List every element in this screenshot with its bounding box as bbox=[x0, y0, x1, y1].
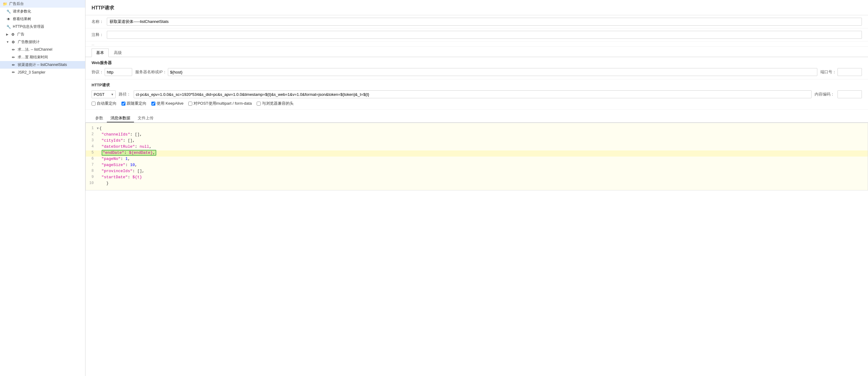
line-content-7: "pageSize": 10, bbox=[97, 163, 868, 167]
sidebar-item-ad[interactable]: ▶ ⚙ 广告 bbox=[0, 31, 85, 38]
code-line-6: 6 "pageNo": 1, bbox=[86, 157, 868, 163]
sidebar-item-httpheader[interactable]: 🔧 HTTP信息头管理器 bbox=[0, 23, 85, 31]
encoding-label: 内容编码： bbox=[814, 92, 834, 97]
comment-input[interactable] bbox=[107, 31, 862, 39]
tab-basic[interactable]: 基本 bbox=[92, 49, 108, 57]
sidebar-item-resulttree[interactable]: 👁 察看结果树 bbox=[0, 15, 85, 23]
multipart-checkbox[interactable]: 对POST使用multipart / form-data bbox=[188, 101, 252, 106]
comment-row: 注释： bbox=[86, 28, 868, 41]
line-content-2: "channelIds": [], bbox=[97, 132, 868, 137]
line-content-1: ▼{ bbox=[97, 126, 868, 131]
port-field: 端口号： bbox=[820, 68, 862, 76]
code-line-2: 2 "channelIds": [], bbox=[86, 132, 868, 138]
multipart-label: 对POST使用multipart / form-data bbox=[193, 101, 252, 106]
compat-headers-checkbox[interactable]: 与浏览器兼容的头 bbox=[257, 101, 293, 106]
server-row: 协议： 服务器名称或IP： 端口号： bbox=[92, 68, 862, 76]
line-content-9: "startDate": ${t} bbox=[97, 175, 868, 180]
keepalive-checkbox[interactable]: 使用 KeepAlive bbox=[151, 101, 183, 106]
compat-headers-label: 与浏览器兼容的头 bbox=[262, 101, 293, 106]
line-number-6: 6 bbox=[86, 157, 97, 161]
code-line-4: 4 "dateSortRule": null, bbox=[86, 144, 868, 151]
pencil-icon: ✏ bbox=[11, 70, 16, 75]
sidebar-item-jsr23[interactable]: ✏ JSR2_3 Sampler bbox=[0, 69, 85, 76]
line-number-1: 1 bbox=[86, 126, 97, 130]
server-name-input[interactable] bbox=[168, 68, 817, 76]
path-input[interactable] bbox=[134, 90, 811, 98]
upload-tab[interactable]: 文件上传 bbox=[134, 115, 157, 122]
params-tabs-bar: 参数 消息体数据 文件上传 bbox=[86, 113, 868, 123]
multipart-check[interactable] bbox=[188, 102, 192, 105]
sidebar-item-label: 求…置 期结束时间 bbox=[18, 55, 48, 60]
path-label: 路径： bbox=[119, 92, 131, 97]
name-row: 名称： bbox=[86, 15, 868, 28]
sidebar-item-label: HTTP信息头管理器 bbox=[13, 24, 44, 29]
fold-icon-1: ▼ bbox=[97, 127, 99, 130]
body-tab[interactable]: 消息体数据 bbox=[107, 115, 134, 122]
method-select-wrapper: POST GET PUT DELETE ▼ bbox=[92, 90, 116, 98]
main-tabs-bar: 基本 高级 bbox=[86, 47, 868, 57]
name-label: 名称： bbox=[92, 19, 107, 24]
line-content-5: "endDate": ${endDate}, bbox=[97, 151, 868, 155]
tab-advanced[interactable]: 高级 bbox=[109, 49, 126, 57]
sidebar-item-request2[interactable]: ✏ 求…置 期结束时间 bbox=[0, 54, 85, 61]
eye-icon: 👁 bbox=[6, 17, 11, 22]
line-content-10: } bbox=[97, 181, 868, 186]
highlighted-code-block: "endDate": ${endDate}, bbox=[102, 150, 157, 156]
code-line-8: 8 "provinceIds": [], bbox=[86, 169, 868, 175]
auto-redirect-check[interactable] bbox=[92, 102, 96, 105]
line-number-5: 5 bbox=[86, 151, 97, 155]
sidebar-item-label: 广告后台 bbox=[9, 1, 24, 6]
comment-label: 注释： bbox=[92, 32, 107, 37]
http-request-section: HTTP请求 POST GET PUT DELETE ▼ 路径： 内容编码： 自… bbox=[86, 80, 868, 109]
sidebar-item-label: 状渠道统计 -- listChannelStats bbox=[18, 62, 67, 67]
compat-headers-check[interactable] bbox=[257, 102, 261, 105]
line-number-7: 7 bbox=[86, 163, 97, 167]
folder-icon: 📁 bbox=[2, 2, 7, 6]
protocol-label: 协议： bbox=[92, 69, 103, 75]
line-number-8: 8 bbox=[86, 169, 97, 173]
code-line-5: 5 "endDate": ${endDate}, bbox=[86, 151, 868, 157]
port-input[interactable] bbox=[837, 68, 862, 76]
sidebar-item-label: 广告 bbox=[17, 32, 24, 37]
expand-more-row: ... bbox=[86, 41, 868, 47]
auto-redirect-checkbox[interactable]: 自动重定向 bbox=[92, 101, 117, 106]
method-select[interactable]: POST GET PUT DELETE bbox=[92, 90, 116, 98]
wrench-icon: 🔧 bbox=[6, 24, 11, 29]
wrench-icon: 🔧 bbox=[6, 9, 11, 14]
follow-redirect-label: 跟随重定向 bbox=[127, 101, 147, 106]
keepalive-check[interactable] bbox=[151, 102, 155, 105]
code-editor[interactable]: 1 ▼{ 2 "channelIds": [], 3 "cityIds": []… bbox=[86, 123, 868, 190]
expand-more-dots: ... bbox=[92, 42, 94, 46]
sidebar-item-label: 察看结果树 bbox=[13, 17, 31, 22]
gear-icon: ⚙ bbox=[10, 32, 15, 37]
code-line-1: 1 ▼{ bbox=[86, 126, 868, 132]
sidebar-item-label: 广告数据统计 bbox=[18, 39, 40, 44]
name-input[interactable] bbox=[107, 18, 862, 26]
sidebar-item-label: 求…法. -- listChannel bbox=[18, 47, 52, 52]
params-tab[interactable]: 参数 bbox=[92, 115, 107, 122]
line-number-4: 4 bbox=[86, 144, 97, 149]
sidebar-item-adstats[interactable]: ▼ ⚙ 广告数据统计 bbox=[0, 38, 85, 46]
line-number-3: 3 bbox=[86, 138, 97, 143]
protocol-input[interactable] bbox=[105, 68, 132, 76]
sidebar-item-adplatform[interactable]: 📁 广告后台 bbox=[0, 0, 85, 8]
collapse-arrow: ▶ bbox=[6, 33, 8, 36]
follow-redirect-check[interactable] bbox=[121, 102, 125, 105]
keepalive-label: 使用 KeepAlive bbox=[157, 101, 183, 106]
pencil-icon: ✏ bbox=[11, 63, 16, 67]
protocol-field: 协议： bbox=[92, 68, 132, 76]
sidebar-item-label: 请求参数化 bbox=[13, 9, 31, 14]
line-number-9: 9 bbox=[86, 175, 97, 179]
line-number-2: 2 bbox=[86, 132, 97, 136]
encoding-input[interactable] bbox=[837, 90, 862, 98]
follow-redirect-checkbox[interactable]: 跟随重定向 bbox=[121, 101, 147, 106]
auto-redirect-label: 自动重定向 bbox=[97, 101, 117, 106]
checkboxes-row: 自动重定向 跟随重定向 使用 KeepAlive 对POST使用multipar… bbox=[92, 101, 862, 106]
sidebar-item-parameterize[interactable]: 🔧 请求参数化 bbox=[0, 8, 85, 15]
code-line-9: 9 "startDate": ${t} bbox=[86, 175, 868, 181]
main-panel: HTTP请求 名称： 注释： ... 基本 高级 Web服务器 协议： 服务器名… bbox=[86, 0, 868, 376]
sidebar-item-request1[interactable]: ✏ 求…法. -- listChannel bbox=[0, 46, 85, 54]
server-name-label: 服务器名称或IP： bbox=[135, 69, 167, 75]
sidebar-item-request3[interactable]: ✏ 状渠道统计 -- listChannelStats bbox=[0, 61, 85, 69]
line-content-6: "pageNo": 1, bbox=[97, 157, 868, 161]
